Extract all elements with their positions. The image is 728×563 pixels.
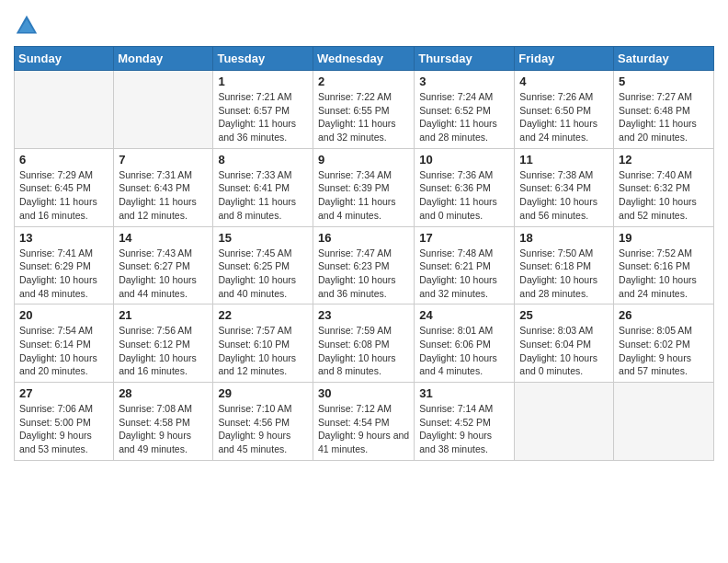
day-info: Sunrise: 7:47 AM Sunset: 6:23 PM Dayligh… (318, 247, 409, 301)
weekday-header-saturday: Saturday (614, 47, 714, 71)
day-info: Sunrise: 7:57 AM Sunset: 6:10 PM Dayligh… (218, 324, 308, 378)
day-info: Sunrise: 7:45 AM Sunset: 6:25 PM Dayligh… (218, 247, 308, 301)
day-number: 20 (19, 308, 108, 322)
day-info: Sunrise: 7:14 AM Sunset: 4:52 PM Dayligh… (419, 402, 509, 456)
day-info: Sunrise: 7:59 AM Sunset: 6:08 PM Dayligh… (318, 324, 409, 378)
day-number: 15 (218, 231, 308, 245)
day-info: Sunrise: 8:05 AM Sunset: 6:02 PM Dayligh… (619, 324, 709, 378)
day-info: Sunrise: 7:08 AM Sunset: 4:58 PM Dayligh… (119, 402, 208, 456)
calendar-cell-week1-day4: 2Sunrise: 7:22 AM Sunset: 6:55 PM Daylig… (313, 71, 414, 149)
day-info: Sunrise: 7:10 AM Sunset: 4:56 PM Dayligh… (218, 402, 308, 456)
weekday-header-friday: Friday (515, 47, 614, 71)
weekday-header-wednesday: Wednesday (313, 47, 414, 71)
weekday-header-monday: Monday (114, 47, 213, 71)
day-number: 31 (419, 386, 509, 400)
day-number: 17 (419, 231, 509, 245)
calendar-cell-week2-day1: 6Sunrise: 7:29 AM Sunset: 6:45 PM Daylig… (15, 148, 114, 226)
day-number: 18 (519, 231, 609, 245)
calendar-cell-week5-day2: 28Sunrise: 7:08 AM Sunset: 4:58 PM Dayli… (114, 383, 213, 461)
day-info: Sunrise: 7:36 AM Sunset: 6:36 PM Dayligh… (419, 168, 509, 223)
day-number: 22 (218, 308, 308, 322)
calendar-cell-week5-day3: 29Sunrise: 7:10 AM Sunset: 4:56 PM Dayli… (213, 383, 313, 461)
day-number: 27 (19, 386, 108, 400)
calendar-cell-week2-day6: 11Sunrise: 7:38 AM Sunset: 6:34 PM Dayli… (515, 148, 614, 226)
calendar-cell-week3-day1: 13Sunrise: 7:41 AM Sunset: 6:29 PM Dayli… (15, 226, 114, 304)
header (14, 9, 714, 39)
day-info: Sunrise: 8:01 AM Sunset: 6:06 PM Dayligh… (419, 324, 509, 378)
day-number: 1 (218, 75, 308, 88)
day-number: 25 (519, 308, 609, 322)
calendar: SundayMondayTuesdayWednesdayThursdayFrid… (14, 46, 714, 461)
day-info: Sunrise: 7:27 AM Sunset: 6:48 PM Dayligh… (619, 90, 709, 144)
weekday-header-thursday: Thursday (415, 47, 515, 71)
calendar-cell-week2-day2: 7Sunrise: 7:31 AM Sunset: 6:43 PM Daylig… (114, 148, 213, 226)
calendar-cell-week4-day1: 20Sunrise: 7:54 AM Sunset: 6:14 PM Dayli… (15, 304, 114, 383)
calendar-cell-week3-day6: 18Sunrise: 7:50 AM Sunset: 6:18 PM Dayli… (515, 226, 614, 304)
calendar-cell-week4-day2: 21Sunrise: 7:56 AM Sunset: 6:12 PM Dayli… (114, 304, 213, 383)
day-number: 4 (519, 75, 609, 88)
week-row-3: 13Sunrise: 7:41 AM Sunset: 6:29 PM Dayli… (15, 226, 714, 304)
calendar-cell-week2-day4: 9Sunrise: 7:34 AM Sunset: 6:39 PM Daylig… (313, 148, 414, 226)
day-number: 10 (419, 153, 509, 167)
day-number: 21 (119, 308, 208, 322)
calendar-cell-week3-day7: 19Sunrise: 7:52 AM Sunset: 6:16 PM Dayli… (614, 226, 714, 304)
day-info: Sunrise: 7:52 AM Sunset: 6:16 PM Dayligh… (619, 247, 709, 301)
day-info: Sunrise: 7:06 AM Sunset: 5:00 PM Dayligh… (19, 402, 108, 456)
calendar-cell-week3-day3: 15Sunrise: 7:45 AM Sunset: 6:25 PM Dayli… (213, 226, 313, 304)
calendar-cell-week1-day1 (15, 71, 114, 149)
logo (14, 13, 41, 39)
calendar-cell-week5-day5: 31Sunrise: 7:14 AM Sunset: 4:52 PM Dayli… (415, 383, 515, 461)
day-number: 5 (619, 75, 709, 88)
weekday-header-sunday: Sunday (15, 47, 114, 71)
calendar-cell-week2-day7: 12Sunrise: 7:40 AM Sunset: 6:32 PM Dayli… (614, 148, 714, 226)
day-number: 14 (119, 231, 208, 245)
logo-icon (14, 13, 40, 39)
week-row-2: 6Sunrise: 7:29 AM Sunset: 6:45 PM Daylig… (15, 148, 714, 226)
calendar-cell-week5-day7 (614, 383, 714, 461)
calendar-cell-week5-day4: 30Sunrise: 7:12 AM Sunset: 4:54 PM Dayli… (313, 383, 414, 461)
calendar-cell-week1-day6: 4Sunrise: 7:26 AM Sunset: 6:50 PM Daylig… (515, 71, 614, 149)
calendar-cell-week1-day5: 3Sunrise: 7:24 AM Sunset: 6:52 PM Daylig… (415, 71, 515, 149)
day-number: 26 (619, 308, 709, 322)
week-row-4: 20Sunrise: 7:54 AM Sunset: 6:14 PM Dayli… (15, 304, 714, 383)
page: SundayMondayTuesdayWednesdayThursdayFrid… (0, 0, 728, 563)
calendar-cell-week4-day6: 25Sunrise: 8:03 AM Sunset: 6:04 PM Dayli… (515, 304, 614, 383)
day-info: Sunrise: 7:48 AM Sunset: 6:21 PM Dayligh… (419, 247, 509, 301)
week-row-1: 1Sunrise: 7:21 AM Sunset: 6:57 PM Daylig… (15, 71, 714, 149)
calendar-cell-week4-day7: 26Sunrise: 8:05 AM Sunset: 6:02 PM Dayli… (614, 304, 714, 383)
week-row-5: 27Sunrise: 7:06 AM Sunset: 5:00 PM Dayli… (15, 383, 714, 461)
day-info: Sunrise: 7:38 AM Sunset: 6:34 PM Dayligh… (519, 168, 609, 223)
day-number: 6 (19, 153, 108, 167)
day-number: 8 (218, 153, 308, 167)
day-info: Sunrise: 7:50 AM Sunset: 6:18 PM Dayligh… (519, 247, 609, 301)
calendar-cell-week4-day3: 22Sunrise: 7:57 AM Sunset: 6:10 PM Dayli… (213, 304, 313, 383)
day-info: Sunrise: 7:34 AM Sunset: 6:39 PM Dayligh… (318, 168, 409, 223)
calendar-cell-week2-day5: 10Sunrise: 7:36 AM Sunset: 6:36 PM Dayli… (415, 148, 515, 226)
day-info: Sunrise: 7:24 AM Sunset: 6:52 PM Dayligh… (419, 90, 509, 144)
day-number: 13 (19, 231, 108, 245)
calendar-cell-week3-day4: 16Sunrise: 7:47 AM Sunset: 6:23 PM Dayli… (313, 226, 414, 304)
day-info: Sunrise: 8:03 AM Sunset: 6:04 PM Dayligh… (519, 324, 609, 378)
day-number: 23 (318, 308, 409, 322)
calendar-cell-week4-day4: 23Sunrise: 7:59 AM Sunset: 6:08 PM Dayli… (313, 304, 414, 383)
day-info: Sunrise: 7:56 AM Sunset: 6:12 PM Dayligh… (119, 324, 208, 378)
day-info: Sunrise: 7:12 AM Sunset: 4:54 PM Dayligh… (318, 402, 409, 456)
calendar-cell-week2-day3: 8Sunrise: 7:33 AM Sunset: 6:41 PM Daylig… (213, 148, 313, 226)
day-number: 7 (119, 153, 208, 167)
day-number: 19 (619, 231, 709, 245)
day-info: Sunrise: 7:43 AM Sunset: 6:27 PM Dayligh… (119, 247, 208, 301)
day-number: 28 (119, 386, 208, 400)
day-number: 24 (419, 308, 509, 322)
calendar-cell-week5-day6 (515, 383, 614, 461)
calendar-cell-week3-day2: 14Sunrise: 7:43 AM Sunset: 6:27 PM Dayli… (114, 226, 213, 304)
day-number: 9 (318, 153, 409, 167)
day-info: Sunrise: 7:31 AM Sunset: 6:43 PM Dayligh… (119, 168, 208, 223)
day-info: Sunrise: 7:41 AM Sunset: 6:29 PM Dayligh… (19, 247, 108, 301)
calendar-cell-week5-day1: 27Sunrise: 7:06 AM Sunset: 5:00 PM Dayli… (15, 383, 114, 461)
day-number: 11 (519, 153, 609, 167)
calendar-cell-week1-day7: 5Sunrise: 7:27 AM Sunset: 6:48 PM Daylig… (614, 71, 714, 149)
day-number: 12 (619, 153, 709, 167)
day-info: Sunrise: 7:54 AM Sunset: 6:14 PM Dayligh… (19, 324, 108, 378)
calendar-cell-week1-day3: 1Sunrise: 7:21 AM Sunset: 6:57 PM Daylig… (213, 71, 313, 149)
calendar-cell-week3-day5: 17Sunrise: 7:48 AM Sunset: 6:21 PM Dayli… (415, 226, 515, 304)
